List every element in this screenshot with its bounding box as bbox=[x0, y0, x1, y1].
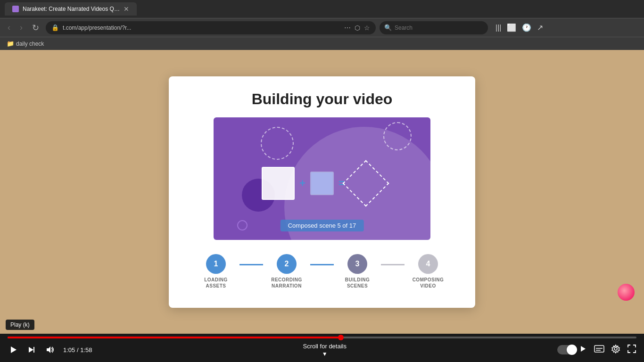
tab-close-button[interactable]: ✕ bbox=[124, 5, 129, 13]
diagram-area: + = Composed scene 5 of 17 bbox=[214, 117, 430, 240]
progress-fill bbox=[8, 337, 341, 338]
controls-row: 1:05 / 1:58 Scroll for details ▼ bbox=[8, 340, 636, 359]
search-input[interactable] bbox=[395, 25, 483, 31]
scroll-down-arrow: ▼ bbox=[322, 351, 328, 357]
step-connector-1 bbox=[239, 264, 263, 265]
toolbar-icons: ||| ⬜ 🕐 ↗ bbox=[495, 23, 543, 32]
autoplay-icon bbox=[579, 345, 587, 353]
share-icon[interactable]: ↗ bbox=[537, 23, 543, 32]
pocket-icon[interactable]: ⬡ bbox=[355, 24, 360, 32]
fullscreen-button[interactable] bbox=[627, 344, 636, 356]
video-controls: 1:05 / 1:58 Scroll for details ▼ bbox=[0, 334, 644, 362]
star-icon[interactable]: ☆ bbox=[364, 24, 370, 32]
step-4: 4 COMPOSINGVIDEO bbox=[405, 254, 452, 289]
shape-square-blue bbox=[310, 172, 334, 195]
progress-dot bbox=[338, 335, 344, 340]
autoplay-toggle[interactable] bbox=[557, 345, 587, 355]
more-icon[interactable]: ⋯ bbox=[344, 24, 351, 32]
lock-icon: 🔒 bbox=[51, 24, 59, 31]
subtitles-button[interactable] bbox=[594, 345, 604, 355]
subtitles-icon bbox=[594, 345, 604, 353]
address-icons: ⋯ ⬡ ☆ bbox=[344, 24, 370, 32]
forward-button[interactable]: › bbox=[17, 22, 25, 33]
reload-button[interactable]: ↻ bbox=[29, 22, 42, 34]
step-label-3: BUILDINGSCENES bbox=[345, 277, 370, 289]
step-1: 1 LOADINGASSETS bbox=[192, 254, 239, 289]
plus-sign: + bbox=[299, 177, 305, 189]
time-display: 1:05 / 1:58 bbox=[63, 346, 92, 354]
step-circle-1: 1 bbox=[206, 254, 226, 274]
play-icon bbox=[8, 345, 18, 354]
svg-marker-3 bbox=[47, 346, 50, 353]
diagram-dashed-circle bbox=[261, 127, 294, 160]
svg-marker-4 bbox=[581, 346, 586, 352]
autoplay-play-icon[interactable] bbox=[579, 345, 587, 355]
search-icon: 🔍 bbox=[384, 24, 392, 31]
volume-button[interactable] bbox=[44, 344, 56, 355]
fullscreen-icon bbox=[627, 344, 636, 354]
settings-icon bbox=[611, 344, 620, 354]
bookmark-label: daily check bbox=[16, 41, 44, 47]
history-icon[interactable]: 🕐 bbox=[522, 23, 531, 32]
scroll-for-details[interactable]: Scroll for details ▼ bbox=[303, 343, 346, 357]
step-connector-2 bbox=[310, 264, 334, 265]
tab-bar: Narakeet: Create Narrated Videos Quickly… bbox=[0, 0, 644, 18]
search-bar[interactable]: 🔍 bbox=[380, 21, 488, 34]
settings-button[interactable] bbox=[611, 344, 620, 356]
volume-icon bbox=[45, 345, 55, 354]
address-text: t.com/app/presentation/?r... bbox=[63, 25, 340, 31]
step-2: 2 RECORDINGNARRATION bbox=[263, 254, 310, 289]
tab-title: Narakeet: Create Narrated Videos Quickly… bbox=[23, 6, 120, 12]
step-connector-3 bbox=[381, 264, 405, 265]
folder-icon: 📁 bbox=[7, 40, 14, 47]
diagram-circle-small bbox=[237, 220, 248, 230]
brand-corner-icon bbox=[618, 284, 635, 301]
svg-marker-0 bbox=[11, 346, 17, 353]
reader-view-icon[interactable]: ⬜ bbox=[507, 23, 516, 32]
address-bar[interactable]: 🔒 t.com/app/presentation/?r... ⋯ ⬡ ☆ bbox=[46, 21, 376, 34]
bookmarks-bar: 📁 daily check bbox=[0, 37, 644, 50]
right-controls bbox=[557, 344, 636, 356]
shape-diamond bbox=[342, 160, 389, 206]
svg-rect-2 bbox=[33, 347, 34, 353]
step-label-4: COMPOSINGVIDEO bbox=[413, 277, 444, 289]
play-button[interactable] bbox=[8, 344, 19, 355]
step-label-1: LOADINGASSETS bbox=[204, 277, 228, 289]
slide-title: Building your video bbox=[252, 90, 393, 108]
next-icon bbox=[27, 346, 36, 354]
bookmark-daily-check[interactable]: 📁 daily check bbox=[7, 40, 44, 47]
toggle-knob bbox=[567, 345, 577, 355]
svg-marker-1 bbox=[29, 347, 33, 353]
back-button[interactable]: ‹ bbox=[5, 22, 13, 33]
main-content: Building your video + = Composed scene 5… bbox=[0, 50, 644, 362]
steps-row: 1 LOADINGASSETS 2 RECORDINGNARRATION 3 bbox=[188, 254, 456, 289]
svg-point-8 bbox=[614, 347, 617, 350]
slide-card: Building your video + = Composed scene 5… bbox=[169, 76, 475, 308]
step-circle-3: 3 bbox=[347, 254, 367, 274]
step-circle-2: 2 bbox=[277, 254, 297, 274]
next-button[interactable] bbox=[26, 345, 37, 355]
library-icon[interactable]: ||| bbox=[495, 24, 501, 32]
diagram-dashed-circle2 bbox=[383, 122, 412, 150]
video-container: Building your video + = Composed scene 5… bbox=[0, 50, 644, 334]
nav-bar: ‹ › ↻ 🔒 t.com/app/presentation/?r... ⋯ ⬡… bbox=[0, 18, 644, 37]
shape-square-1 bbox=[262, 167, 295, 200]
svg-rect-5 bbox=[594, 346, 604, 352]
active-tab[interactable]: Narakeet: Create Narrated Videos Quickly… bbox=[5, 2, 137, 16]
step-3: 3 BUILDINGSCENES bbox=[334, 254, 381, 289]
step-circle-4: 4 bbox=[418, 254, 438, 274]
diagram-shapes-row: + = bbox=[262, 167, 382, 200]
tab-favicon bbox=[12, 6, 19, 12]
progress-bar[interactable] bbox=[8, 337, 636, 338]
step-label-2: RECORDINGNARRATION bbox=[271, 277, 302, 289]
diagram-label: Composed scene 5 of 17 bbox=[281, 220, 364, 231]
toggle-track[interactable] bbox=[557, 345, 576, 354]
